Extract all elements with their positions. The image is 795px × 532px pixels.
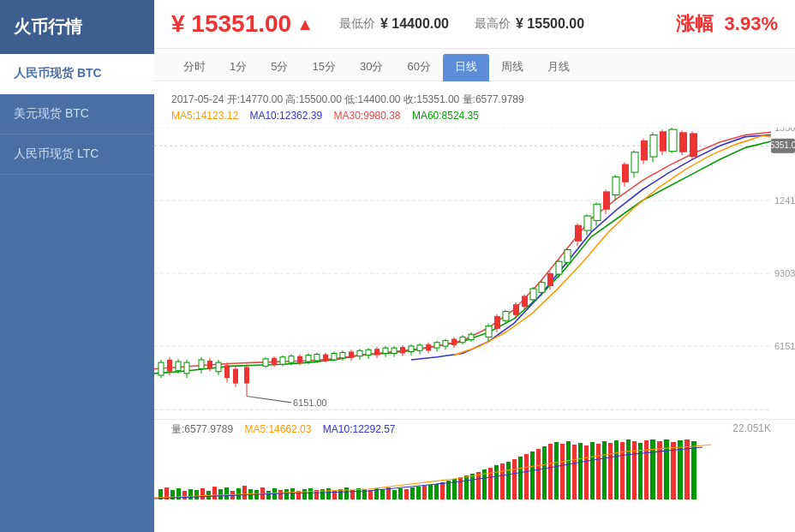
ma5-label: MA5:14123.12: [171, 110, 238, 122]
svg-rect-37: [272, 358, 277, 366]
svg-rect-109: [594, 205, 601, 221]
sidebar: 火币行情 人民币现货 BTC 美元现货 BTC 人民币现货 LTC: [0, 0, 154, 532]
svg-text:12419.91: 12419.91: [774, 195, 795, 206]
svg-text:6151.00: 6151.00: [774, 341, 795, 351]
svg-rect-123: [660, 132, 666, 152]
svg-rect-21: [244, 368, 249, 384]
tab-1min[interactable]: 1分: [218, 54, 259, 81]
svg-rect-117: [631, 152, 638, 172]
svg-rect-150: [278, 490, 283, 499]
svg-rect-192: [530, 451, 535, 499]
max-price-group: 最高价 ¥ 15500.00: [475, 16, 584, 32]
svg-rect-89: [503, 312, 509, 321]
tab-monthly[interactable]: 月线: [535, 54, 582, 81]
svg-rect-171: [404, 489, 409, 499]
svg-rect-202: [590, 442, 595, 499]
svg-text:6151.00: 6151.00: [293, 398, 327, 408]
svg-rect-204: [602, 441, 607, 499]
tab-15min[interactable]: 15分: [300, 54, 347, 81]
svg-rect-206: [614, 440, 619, 499]
svg-rect-165: [368, 490, 373, 499]
chart-info: 2017-05-24 开:14770.00 高:15500.00 低:14400…: [154, 88, 795, 128]
svg-rect-190: [518, 457, 523, 499]
tab-30min[interactable]: 30分: [348, 54, 395, 81]
svg-rect-177: [440, 482, 445, 499]
sidebar-item-rmb-btc[interactable]: 人民币现货 BTC: [0, 54, 154, 94]
svg-rect-87: [494, 316, 500, 329]
svg-rect-39: [280, 357, 285, 365]
svg-rect-43: [297, 356, 302, 364]
svg-rect-51: [332, 354, 337, 360]
svg-rect-196: [554, 442, 559, 499]
change-value: 3.93%: [725, 13, 778, 34]
price-value: ¥ 15351.00: [171, 10, 291, 38]
svg-rect-183: [476, 472, 481, 499]
svg-rect-193: [536, 449, 541, 499]
tab-5min[interactable]: 5分: [259, 54, 300, 81]
svg-rect-97: [539, 283, 545, 293]
svg-rect-181: [464, 475, 469, 499]
svg-text:9303.58: 9303.58: [774, 268, 795, 278]
sidebar-item-usd-btc[interactable]: 美元现货 BTC: [0, 94, 154, 134]
max-price-label: 最高价: [475, 16, 511, 32]
svg-rect-194: [542, 446, 547, 499]
candlestick-chart: 15500.00 12419.91 9303.58 6151.00 15351.…: [154, 128, 795, 419]
svg-rect-119: [641, 140, 648, 160]
svg-rect-212: [650, 439, 655, 499]
tab-weekly[interactable]: 周线: [489, 54, 535, 81]
svg-rect-53: [340, 353, 345, 358]
tab-60min[interactable]: 60分: [395, 54, 442, 81]
svg-rect-180: [458, 477, 463, 499]
svg-rect-139: [212, 487, 217, 499]
svg-line-22: [247, 397, 291, 403]
price-change: 涨幅 3.93%: [676, 11, 778, 37]
svg-rect-49: [323, 355, 328, 361]
svg-rect-105: [575, 225, 582, 242]
svg-rect-205: [608, 443, 613, 499]
svg-rect-169: [392, 490, 397, 499]
svg-rect-218: [691, 441, 696, 499]
svg-rect-172: [410, 487, 415, 499]
svg-rect-91: [513, 305, 519, 316]
svg-rect-175: [428, 485, 433, 499]
min-price-value: ¥ 14400.00: [380, 16, 449, 32]
svg-rect-136: [194, 490, 199, 499]
svg-rect-55: [349, 352, 354, 358]
volume-info: 量:6577.9789 MA5:14662.03 MA10:12292.57 2…: [154, 420, 795, 439]
tab-daily[interactable]: 日线: [443, 54, 489, 81]
change-label: 涨幅: [676, 13, 714, 34]
svg-rect-203: [596, 444, 601, 499]
svg-rect-101: [556, 262, 562, 275]
price-header: ¥ 15351.00 ▲ 最低价 ¥ 14400.00 最高价 ¥ 15500.…: [154, 0, 795, 49]
svg-rect-95: [530, 289, 536, 300]
svg-rect-207: [620, 442, 625, 499]
svg-rect-69: [409, 346, 414, 351]
svg-rect-67: [400, 347, 405, 353]
svg-rect-176: [434, 484, 439, 499]
sidebar-title: 火币行情: [0, 0, 154, 54]
svg-rect-186: [494, 465, 499, 499]
max-price-value: ¥ 15500.00: [516, 16, 584, 32]
svg-rect-103: [565, 250, 571, 263]
sidebar-item-rmb-ltc[interactable]: 人民币现货 LTC: [0, 134, 154, 175]
svg-rect-148: [266, 491, 271, 499]
tab-fenshi[interactable]: 分时: [171, 54, 218, 81]
svg-rect-107: [584, 216, 591, 230]
svg-rect-25: [199, 360, 204, 369]
svg-rect-33: [233, 369, 238, 384]
svg-rect-199: [572, 445, 577, 499]
svg-rect-201: [584, 445, 589, 499]
svg-rect-208: [626, 439, 631, 499]
svg-rect-174: [422, 486, 427, 499]
svg-rect-31: [224, 366, 230, 379]
svg-rect-140: [218, 489, 223, 499]
svg-rect-152: [290, 488, 295, 499]
volume-ma10: MA10:12292.57: [323, 423, 396, 435]
price-up-arrow: ▲: [296, 15, 314, 34]
svg-rect-210: [638, 443, 643, 499]
svg-rect-81: [460, 338, 465, 343]
svg-rect-125: [669, 130, 677, 152]
volume-chart: [154, 439, 795, 504]
svg-rect-41: [289, 356, 294, 362]
svg-rect-182: [470, 474, 475, 499]
